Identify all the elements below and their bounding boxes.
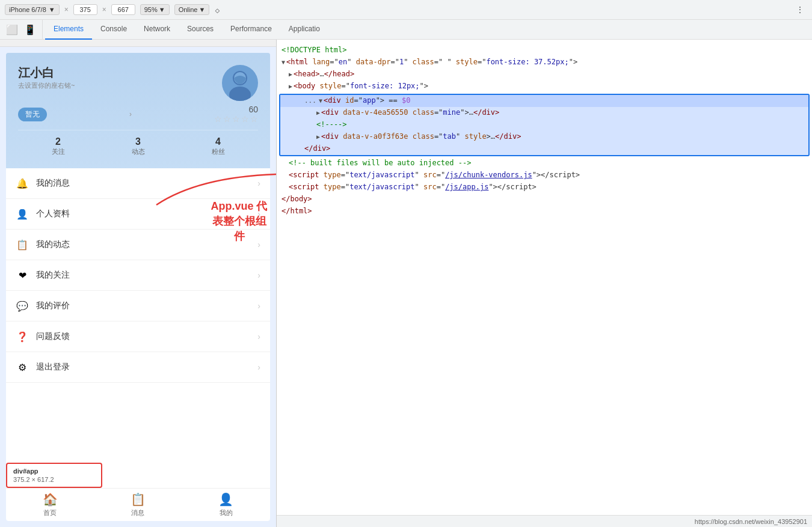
browser-toolbar: iPhone 6/7/8 ▼ × 375 × 667 95% ▼ Online … — [0, 0, 812, 20]
avatar[interactable] — [222, 65, 258, 101]
feedback-label: 问题反馈 — [36, 331, 257, 342]
profile-left: 江小白 去设置你的座右铭~ — [18, 65, 75, 96]
network-dropdown-icon: ▼ — [198, 6, 205, 13]
tab-application[interactable]: Applicatio — [280, 20, 328, 40]
devtools-bottom-bar: https://blog.csdn.net/weixin_43952901 — [277, 515, 812, 527]
logout-label: 退出登录 — [36, 362, 257, 373]
profile-top: 江小白 去设置你的座右铭~ — [18, 65, 258, 101]
annotation-text: App.vue 代表整个根组件 — [208, 199, 271, 245]
nav-home-label: 首页 — [43, 508, 57, 517]
tab-network[interactable]: Network — [135, 20, 179, 40]
tab-console[interactable]: Console — [92, 20, 135, 40]
review-arrow: › — [257, 301, 260, 311]
home-icon: 🏠 — [43, 492, 58, 507]
menu-item-feedback[interactable]: ❓ 问题反馈 › — [6, 321, 270, 352]
avatar-svg — [222, 65, 258, 101]
code-line-close-html: </html> — [277, 206, 812, 218]
profile-bio: 去设置你的座右铭~ — [18, 81, 75, 90]
ruler-area — [0, 40, 276, 47]
code-line-tab[interactable]: <div data-v-a0f3f63e class =" tab " styl… — [280, 131, 808, 143]
tab-performance[interactable]: Performance — [222, 20, 280, 40]
star-4: ☆ — [241, 114, 249, 124]
separator-2: × — [102, 5, 106, 14]
menu-item-review[interactable]: 💬 我的评价 › — [6, 291, 270, 321]
star-5: ☆ — [250, 114, 258, 124]
nav-messages[interactable]: 📋 消息 — [94, 489, 182, 521]
nav-home[interactable]: 🏠 首页 — [6, 489, 94, 521]
nav-mine[interactable]: 👤 我的 — [182, 489, 270, 521]
feedback-icon: ❓ — [16, 330, 29, 343]
tab-elements[interactable]: Elements — [45, 20, 92, 40]
html-triangle[interactable] — [281, 58, 285, 67]
profile-icon: 👤 — [16, 207, 29, 221]
annotation-area: App.vue 代表整个根组件 — [208, 199, 271, 245]
app-triangle[interactable] — [319, 96, 322, 106]
menu-item-messages[interactable]: 🔔 我的消息 › — [6, 168, 270, 199]
tab-sources[interactable]: Sources — [179, 20, 222, 40]
more-options-icon[interactable]: ⋮ — [793, 2, 807, 17]
logout-icon: ⚙ — [16, 361, 29, 374]
review-icon: 💬 — [16, 299, 29, 312]
element-tag: div#app — [13, 468, 95, 475]
code-line-mine[interactable]: <div data-v-4ea56550 class =" mine "> … … — [280, 107, 808, 119]
chevron-right-tag: › — [129, 110, 132, 118]
star-3: ☆ — [232, 114, 240, 124]
doctype-text: <!DOCTYPE html> — [281, 44, 346, 56]
tab-triangle[interactable] — [316, 132, 320, 142]
nav-mine-label: 我的 — [220, 508, 233, 517]
nav-messages-label: 消息 — [131, 508, 144, 517]
appjs-link[interactable]: /js/app.js — [445, 181, 488, 193]
chunk-vendors-link[interactable]: /js/chunk-vendors.js — [445, 169, 532, 181]
follow-label: 我的关注 — [36, 270, 257, 281]
code-line-doctype: <!DOCTYPE html> — [277, 44, 812, 56]
messages-label: 我的消息 — [36, 178, 257, 189]
code-line-chunk-vendors: <script type =" text/javascript " src ="… — [277, 169, 812, 181]
device-select[interactable]: iPhone 6/7/8 ▼ — [5, 4, 60, 15]
body-triangle[interactable] — [289, 82, 292, 91]
zoom-dropdown-icon: ▼ — [159, 6, 165, 13]
width-input[interactable]: 375 — [73, 4, 97, 15]
star-2: ☆ — [223, 114, 231, 124]
network-label: Online — [179, 6, 198, 13]
rotate-icon[interactable]: ⬦ — [214, 4, 221, 16]
profile-header: 江小白 去设置你的座右铭~ 暂无 › — [6, 53, 270, 168]
phone-content: 江小白 去设置你的座右铭~ 暂无 › — [6, 53, 270, 521]
device-toggle-icon[interactable]: 📱 — [23, 22, 37, 37]
code-line-app[interactable]: ... <div id =" app "> == $0 — [280, 95, 808, 107]
network-select[interactable]: Online ▼ — [174, 4, 210, 15]
stats-row: 2 关注 3 动态 4 粉丝 — [18, 130, 258, 162]
ellipsis-dots: ... — [304, 96, 316, 106]
head-triangle[interactable] — [289, 70, 292, 79]
element-info-bar: div#app 375.2 × 617.2 — [6, 463, 102, 488]
stat-dynamic: 3 动态 — [132, 136, 145, 156]
inspect-cursor-icon[interactable]: ⬜ — [5, 22, 19, 37]
tag-button[interactable]: 暂无 — [18, 108, 47, 121]
bottom-nav: div#app 375.2 × 617.2 🏠 首页 📋 消息 👤 我的 — [6, 488, 270, 521]
code-line-html[interactable]: <html lang =" en " data-dpr =" 1 " class… — [277, 56, 812, 69]
follow-arrow: › — [257, 270, 260, 280]
devtools-tab-area: Elements Console Network Sources Perform… — [43, 20, 812, 40]
devtools-tabs-bar: ⬜ 📱 Elements Console Network Sources Per… — [0, 20, 812, 40]
feedback-arrow: › — [257, 332, 260, 341]
code-line-comment: <!----> — [280, 119, 808, 131]
code-line-head[interactable]: <head> … </head> — [277, 69, 812, 81]
follow-icon: ❤ — [16, 269, 29, 282]
element-size: 375.2 × 617.2 — [13, 476, 95, 483]
review-label: 我的评价 — [36, 300, 257, 311]
stat-dynamic-label: 动态 — [132, 147, 145, 156]
zoom-label: 95% — [144, 6, 158, 13]
menu-item-logout[interactable]: ⚙ 退出登录 › — [6, 352, 270, 383]
stat-fans: 4 粉丝 — [212, 136, 225, 156]
height-input[interactable]: 667 — [111, 4, 135, 15]
code-line-body[interactable]: <body style =" font-size: 12px; "> — [277, 81, 812, 93]
stat-fans-label: 粉丝 — [212, 147, 225, 156]
highlighted-block: ... <div id =" app "> == $0 <div data-v-… — [279, 94, 810, 156]
messages-icon: 🔔 — [16, 177, 29, 190]
dynamic-icon: 📋 — [16, 238, 29, 251]
code-line-close-body: </body> — [277, 193, 812, 206]
device-dropdown-icon: ▼ — [49, 6, 55, 13]
zoom-select[interactable]: 95% ▼ — [140, 4, 170, 15]
mine-triangle[interactable] — [316, 108, 320, 118]
code-line-close-app: </div> — [280, 143, 808, 155]
menu-item-follow[interactable]: ❤ 我的关注 › — [6, 260, 270, 291]
